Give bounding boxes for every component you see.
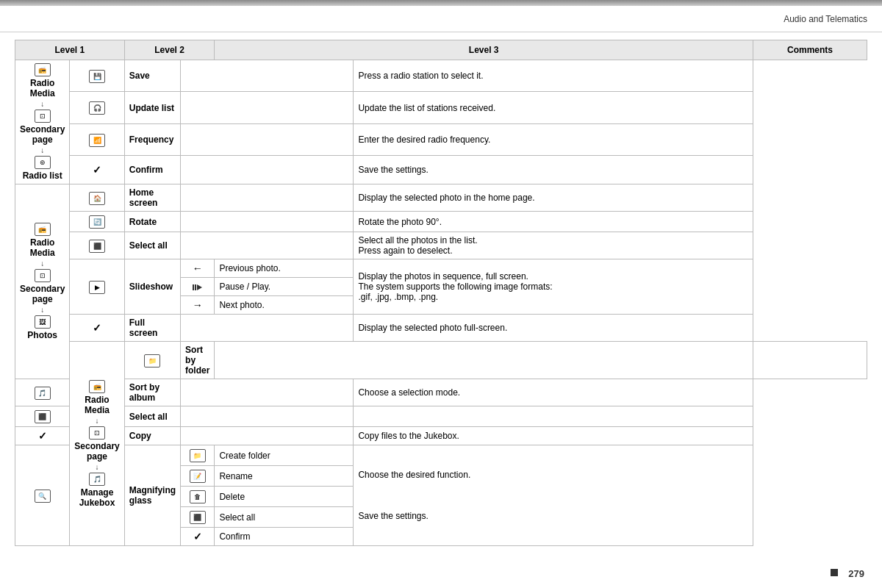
level1-section1: 📻 Radio Media ↓ ⊡ Secondary page ↓ ⊚ Rad… [15,60,70,184]
level1-s3-label1: Radio Media [74,395,119,415]
l2-confirm-icon-cell: ✓ [70,156,124,184]
l3-next-icon-cell: → [181,296,215,315]
table-row: 📻 Radio Media ↓ ⊡ Secondary page ↓ 🎵 Man… [15,342,867,379]
photos-icon: 🖼 [35,315,51,329]
l3-sortfolder [215,342,753,379]
l2-selectall2-label: Select all [124,406,180,427]
radio-list-icon: ⊚ [35,156,51,169]
col-level3: Level 3 [215,40,753,60]
l2-sortfolder-icon-cell: 📁 [124,342,180,379]
secondary-page-icon: ⊡ [35,110,51,123]
create-folder-icon: 📁 [190,449,206,462]
l2-selectall-icon-cell: ⬛ [70,232,124,259]
l2-sortalbum-label: Sort by album [124,379,180,406]
l3-prev-icon-cell: ← [181,259,215,278]
l3-homescreen [181,184,354,212]
sort-folder-icon: 📁 [144,354,160,368]
content-area: Level 1 Level 2 Level 3 Comments 📻 Radio… [0,32,882,588]
pause-play-icon [193,284,202,290]
l3-confirm2-label: Confirm [215,528,354,546]
table-row: 🔄 Rotate Rotate the photo 90°. [15,212,867,232]
table-row: ▶ Slideshow ← Previous photo. Display th… [15,259,867,278]
l3-rename-icon-cell: 📝 [181,466,215,487]
level1-section3: 📻 Radio Media ↓ ⊡ Secondary page ↓ 🎵 Man… [70,342,124,546]
l3-freq [181,123,354,155]
level1-label1: Radio Media [20,78,65,98]
frequency-icon: 📶 [89,134,105,147]
arrow1: ↓ [40,100,44,108]
table-row: 📶 Frequency Enter the desired radio freq… [15,123,867,155]
l3-createfolder-icon-cell: 📁 [181,445,215,466]
comment-fullscreen: Display the selected photo full-screen. [354,315,753,342]
page-header: Audio and Telematics [0,6,882,32]
update-list-icon: 🎧 [89,101,105,115]
arrow3: ↓ [40,259,44,268]
level1-s2-label3: Photos [27,330,57,340]
rename-icon: 📝 [190,470,206,483]
next-arrow-icon: → [193,299,203,311]
slideshow-icon: ▶ [89,281,105,294]
l2-sortfolder-label: Sort by folder [181,342,215,379]
l2-rotate-label: Rotate [124,212,180,232]
radio-media-icon: 📻 [35,63,51,76]
play-triangle [197,284,202,290]
l2-copy-icon-cell: ✓ [15,427,70,445]
l2-sortalbum-icon-cell: 🎵 [15,379,70,406]
l3-pauseplay-label: Pause / Play. [215,278,354,296]
l2-rotate-icon-cell: 🔄 [70,212,124,232]
l3-pauseplay-icon-cell [181,278,215,296]
sort-album-icon: 🎵 [35,387,51,400]
l2-fullscreen-icon-cell: ✓ [70,315,124,342]
l2-update-icon-cell: 🎧 [70,92,124,123]
l2-save-label: Save [124,60,180,92]
comment-sortalbum: Choose a selection mode. [354,379,753,406]
arrow4: ↓ [40,306,44,314]
l3-selectall [181,232,354,259]
table-row: ✓ Full screen Display the selected photo… [15,315,867,342]
table-row: 🔍 Magnifying glass 📁 Create folder Choos… [15,445,867,466]
l2-copy-label: Copy [124,427,180,445]
comment-rotate: Rotate the photo 90°. [354,212,753,232]
l2-fullscreen-label: Full screen [124,315,180,342]
select-all3-icon: ⬛ [190,511,206,524]
table-row: 🎧 Update list Update the list of station… [15,92,867,123]
l3-copy [181,427,354,445]
prev-arrow-icon: ← [193,262,203,274]
arrow5: ↓ [96,417,99,425]
l2-freq-label: Frequency [124,123,180,155]
comment-selectall2 [354,406,753,427]
l3-rotate [181,212,354,232]
level1-label3: Radio list [23,171,62,181]
col-level1: Level 1 [15,40,125,60]
l2-save-icon-cell: 💾 [70,60,124,92]
pause-bar1 [193,284,194,290]
l2-confirm-label: Confirm [124,156,180,184]
level1-s3-label2: Secondary page [74,441,119,462]
l2-freq-icon-cell: 📶 [70,123,124,155]
table-row: 🎵 Sort by album Choose a selection mode. [15,379,867,406]
rotate-icon: 🔄 [89,215,105,229]
l2-selectall-label: Select all [124,232,180,259]
l2-update-label: Update list [124,92,180,123]
arrow2: ↓ [40,146,44,154]
level1-s2-label1: Radio Media [20,237,65,258]
comment-magnify: Choose the desired function.Save the set… [354,445,753,546]
comment-copy: Copy files to the Jukebox. [354,427,753,445]
radio-media-icon3: 📻 [89,380,105,393]
level1-s2-label2: Secondary page [20,284,65,304]
save-icon: 💾 [89,70,105,83]
pause-bars [193,284,196,290]
l3-rename-label: Rename [215,466,354,487]
select-all-icon: ⬛ [89,240,105,253]
radio-media-icon2: 📻 [35,223,51,236]
page-marker [831,569,838,576]
main-table: Level 1 Level 2 Level 3 Comments 📻 Radio… [15,40,867,546]
confirm2-check-icon: ✓ [193,531,202,542]
comment-slideshow: Display the photos in sequence, full scr… [354,259,753,315]
col-comments: Comments [753,40,867,60]
table-row: ✓ Confirm Save the settings. [15,156,867,184]
comment-save: Press a radio station to select it. [354,60,753,92]
table-row: ✓ Copy Copy files to the Jukebox. [15,427,867,445]
select-all2-icon: ⬛ [35,410,51,423]
l3-delete-label: Delete [215,487,354,507]
